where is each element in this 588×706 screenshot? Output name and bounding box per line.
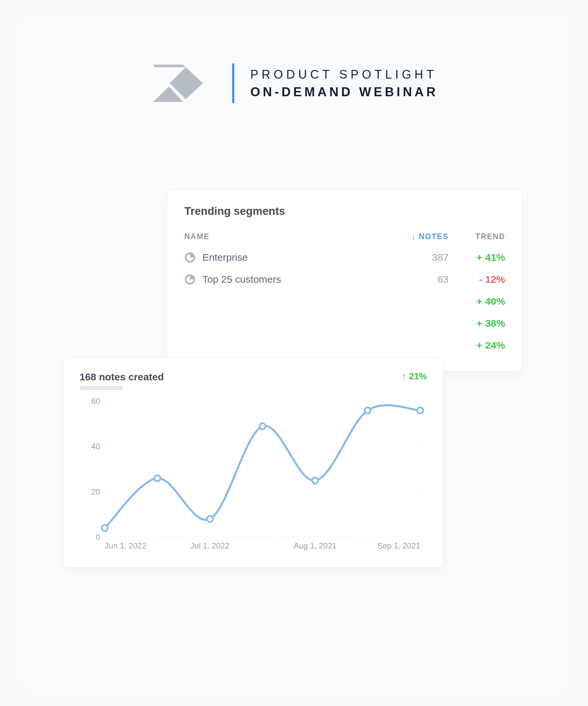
header-divider xyxy=(232,63,234,103)
segments-title: Trending segments xyxy=(184,205,505,218)
sort-down-icon: ↓ xyxy=(412,232,416,241)
svg-text:40: 40 xyxy=(91,442,100,451)
segment-notes: 387 xyxy=(392,252,449,263)
table-row[interactable]: Enterprise387+ 41% xyxy=(184,246,505,268)
page-header: PRODUCT SPOTLIGHT ON-DEMAND WEBINAR xyxy=(20,63,568,103)
segment-trend: + 40% xyxy=(449,296,505,307)
chart-area: 0204060Jun 1, 2022Jul 1, 2022Aug 1, 2021… xyxy=(80,395,427,555)
segments-rows: Enterprise387+ 41%Top 25 customers63- 12… xyxy=(184,246,505,356)
segments-header-row: NAME ↓ NOTES TREND xyxy=(184,227,505,246)
segment-trend: - 12% xyxy=(449,274,505,285)
svg-point-22 xyxy=(312,477,318,483)
svg-text:Aug 1, 2021: Aug 1, 2021 xyxy=(294,541,336,550)
header-titles: PRODUCT SPOTLIGHT ON-DEMAND WEBINAR xyxy=(250,68,438,99)
svg-point-18 xyxy=(102,525,108,531)
segment-trend: + 38% xyxy=(449,318,505,329)
chart-title-block: 168 notes created xyxy=(80,371,164,390)
header-eyebrow: PRODUCT SPOTLIGHT xyxy=(250,68,438,82)
table-row[interactable]: + 38% xyxy=(184,312,505,335)
svg-text:0: 0 xyxy=(96,533,100,542)
svg-rect-5 xyxy=(105,401,420,537)
chart-title: 168 notes created xyxy=(80,371,164,383)
svg-point-21 xyxy=(259,423,265,429)
svg-marker-0 xyxy=(153,65,186,67)
chart-delta: ↑ 21% xyxy=(402,371,427,382)
svg-text:Jul 1, 2022: Jul 1, 2022 xyxy=(190,541,229,550)
svg-point-23 xyxy=(365,407,371,414)
chart-delta-value: 21% xyxy=(409,371,427,382)
table-row[interactable]: + 24% xyxy=(184,335,505,356)
segment-trend: + 24% xyxy=(449,340,505,351)
svg-point-20 xyxy=(207,516,213,522)
pie-icon xyxy=(184,252,196,263)
chart-header: 168 notes created ↑ 21% xyxy=(80,371,427,390)
segment-name-cell: Enterprise xyxy=(184,252,392,263)
segment-trend: + 41% xyxy=(449,252,505,263)
segment-notes: 63 xyxy=(392,274,449,285)
header-headline: ON-DEMAND WEBINAR xyxy=(250,85,438,99)
svg-text:20: 20 xyxy=(91,487,100,496)
col-trend[interactable]: TREND xyxy=(449,232,505,241)
svg-text:60: 60 xyxy=(91,397,100,406)
segment-name: Top 25 customers xyxy=(202,274,281,285)
chart-loading-bar xyxy=(80,386,123,390)
col-notes-label: NOTES xyxy=(419,232,449,241)
segments-card: Trending segments NAME ↓ NOTES TREND Ent… xyxy=(167,190,523,371)
segment-name: Enterprise xyxy=(202,252,248,263)
table-row[interactable]: Top 25 customers63- 12% xyxy=(184,268,505,290)
col-name[interactable]: NAME xyxy=(184,232,392,241)
svg-point-24 xyxy=(417,407,423,414)
svg-text:Sep 1, 2021: Sep 1, 2021 xyxy=(377,541,420,550)
col-notes[interactable]: ↓ NOTES xyxy=(392,232,449,241)
pie-icon xyxy=(184,274,196,285)
table-row[interactable]: + 40% xyxy=(184,290,505,312)
line-chart: 0204060Jun 1, 2022Jul 1, 2022Aug 1, 2021… xyxy=(80,395,427,555)
arrow-up-icon: ↑ xyxy=(402,371,406,382)
segment-name-cell: Top 25 customers xyxy=(184,274,392,285)
svg-point-19 xyxy=(155,475,160,481)
page-card: PRODUCT SPOTLIGHT ON-DEMAND WEBINAR Tren… xyxy=(20,13,568,693)
brand-logo-icon xyxy=(150,63,216,103)
svg-text:Jun 1, 2022: Jun 1, 2022 xyxy=(105,541,146,550)
notes-chart-card: 168 notes created ↑ 21% 0204060Jun 1, 20… xyxy=(63,358,443,567)
